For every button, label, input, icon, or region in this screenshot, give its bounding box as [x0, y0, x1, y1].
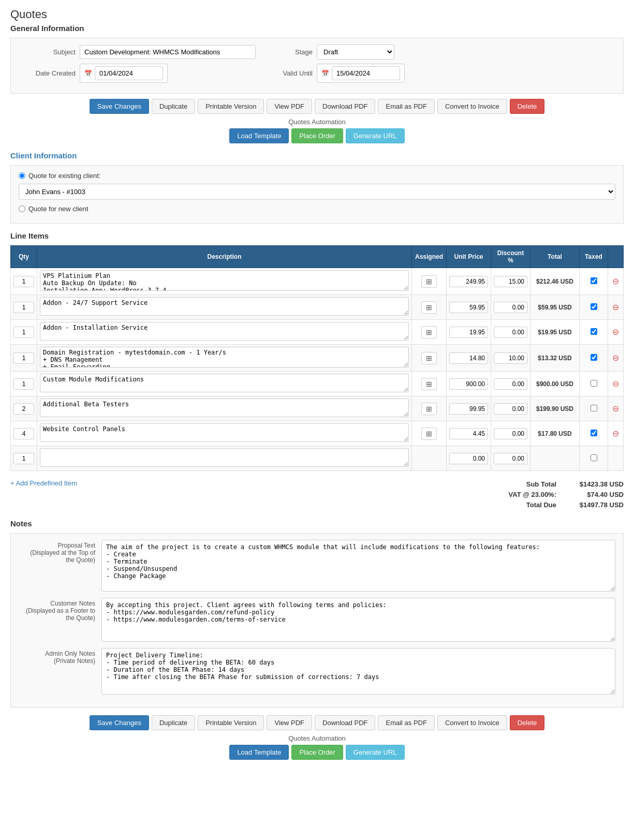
price-input-5[interactable] — [449, 378, 488, 390]
desc-textarea-8[interactable] — [40, 448, 409, 467]
taxed-checkbox-2[interactable] — [591, 303, 597, 310]
price-input-8[interactable] — [449, 453, 488, 464]
bottom-toolbar-row: Save Changes Duplicate Printable Version… — [10, 715, 624, 730]
discount-input-7[interactable] — [494, 428, 527, 439]
desc-textarea-4[interactable]: Domain Registration - mytestdomain.com -… — [40, 347, 409, 367]
qty-input-5[interactable] — [13, 378, 34, 390]
automation-section: Quotes Automation Load Template Place Or… — [10, 118, 624, 143]
qty-input-8[interactable] — [13, 453, 34, 464]
assigned-btn-5[interactable]: ⊞ — [421, 378, 437, 390]
subject-input[interactable] — [80, 45, 256, 59]
remove-btn-1[interactable]: ⊖ — [612, 276, 619, 286]
assigned-btn-3[interactable]: ⊞ — [421, 326, 437, 338]
view-pdf-button[interactable]: View PDF — [267, 99, 312, 114]
email-as-pdf-button[interactable]: Email as PDF — [378, 99, 434, 114]
date-created-label: Date Created — [19, 69, 76, 77]
discount-input-5[interactable] — [494, 378, 527, 390]
load-template-button-top[interactable]: Load Template — [229, 128, 289, 143]
email-as-pdf-button-bottom[interactable]: Email as PDF — [378, 715, 434, 730]
convert-to-invoice-button[interactable]: Convert to Invoice — [437, 99, 507, 114]
discount-input-3[interactable] — [494, 327, 527, 338]
total-2: $59.95 USD — [538, 304, 571, 311]
discount-input-8[interactable] — [494, 453, 527, 464]
desc-textarea-3[interactable]: Addon - Installation Service — [40, 322, 409, 341]
page-title: Quotes — [10, 8, 624, 21]
price-input-3[interactable] — [449, 327, 488, 338]
stage-select[interactable]: Draft Delivered On Hold Accepted Cancell… — [317, 45, 394, 60]
desc-textarea-6[interactable]: Additional Beta Testers — [40, 399, 409, 417]
discount-input-1[interactable] — [494, 276, 527, 287]
new-client-radio[interactable] — [19, 205, 25, 212]
duplicate-button-bottom[interactable]: Duplicate — [152, 715, 195, 730]
price-input-7[interactable] — [449, 428, 488, 439]
view-pdf-button-bottom[interactable]: View PDF — [267, 715, 312, 730]
qty-input-1[interactable] — [13, 276, 34, 287]
price-input-2[interactable] — [449, 302, 488, 313]
assigned-btn-7[interactable]: ⊞ — [421, 428, 437, 440]
load-template-button-bottom[interactable]: Load Template — [229, 745, 289, 760]
remove-btn-3[interactable]: ⊖ — [612, 327, 619, 337]
taxed-checkbox-3[interactable] — [591, 328, 597, 335]
remove-btn-4[interactable]: ⊖ — [612, 353, 619, 363]
printable-version-button-bottom[interactable]: Printable Version — [198, 715, 264, 730]
assigned-btn-4[interactable]: ⊞ — [421, 352, 437, 364]
discount-input-6[interactable] — [494, 403, 527, 415]
desc-textarea-2[interactable]: Addon - 24/7 Support Service — [40, 297, 409, 316]
client-select[interactable]: John Evans - #1003 — [19, 184, 615, 200]
assigned-btn-2[interactable]: ⊞ — [421, 301, 437, 314]
delete-button[interactable]: Delete — [510, 99, 545, 114]
desc-textarea-7[interactable]: Website Control Panels — [40, 423, 409, 442]
taxed-checkbox-7[interactable] — [591, 430, 597, 436]
place-order-button-bottom[interactable]: Place Order — [291, 745, 343, 760]
customer-notes-textarea[interactable]: By accepting this project. Client agrees… — [101, 598, 615, 642]
remove-btn-6[interactable]: ⊖ — [612, 404, 619, 414]
taxed-checkbox-4[interactable] — [591, 354, 597, 361]
taxed-checkbox-8[interactable] — [591, 454, 597, 461]
add-predefined-item-link[interactable]: + Add Predefined Item — [10, 479, 77, 487]
taxed-checkbox-1[interactable] — [591, 277, 597, 284]
remove-btn-5[interactable]: ⊖ — [612, 379, 619, 389]
download-pdf-button-bottom[interactable]: Download PDF — [315, 715, 375, 730]
table-row: Custom Module Modifications ⊞ $900.00 US… — [11, 372, 624, 396]
convert-to-invoice-button-bottom[interactable]: Convert to Invoice — [437, 715, 507, 730]
download-pdf-button[interactable]: Download PDF — [315, 99, 375, 114]
total-4: $13.32 USD — [538, 355, 571, 362]
save-changes-button[interactable]: Save Changes — [90, 99, 149, 114]
desc-textarea-5[interactable]: Custom Module Modifications — [40, 374, 409, 392]
bottom-automation-btn-row: Load Template Place Order Generate URL — [10, 745, 624, 760]
qty-input-7[interactable] — [13, 428, 34, 439]
save-changes-button-bottom[interactable]: Save Changes — [90, 715, 149, 730]
delete-button-bottom[interactable]: Delete — [510, 715, 545, 730]
remove-btn-7[interactable]: ⊖ — [612, 429, 619, 438]
price-input-6[interactable] — [449, 403, 488, 415]
qty-input-2[interactable] — [13, 302, 34, 313]
assigned-btn-1[interactable]: ⊞ — [421, 275, 437, 288]
date-created-input[interactable] — [95, 66, 163, 80]
taxed-checkbox-6[interactable] — [591, 405, 597, 411]
printable-version-button[interactable]: Printable Version — [198, 99, 264, 114]
duplicate-button[interactable]: Duplicate — [152, 99, 195, 114]
existing-client-radio[interactable] — [19, 172, 25, 179]
place-order-button-top[interactable]: Place Order — [291, 128, 343, 143]
date-created-wrapper: 📅 — [80, 64, 168, 83]
proposal-textarea[interactable]: The aim of the project is to create a cu… — [101, 540, 615, 592]
price-input-1[interactable] — [449, 276, 488, 287]
admin-notes-textarea[interactable]: Project Delivery Timeline: - Time period… — [101, 648, 615, 695]
qty-input-6[interactable] — [13, 403, 34, 415]
assigned-btn-6[interactable]: ⊞ — [421, 403, 437, 415]
qty-input-4[interactable] — [13, 352, 34, 364]
calendar-icon: 📅 — [84, 70, 92, 77]
generate-url-button-bottom[interactable]: Generate URL — [346, 745, 405, 760]
vat-row: VAT @ 23.00%: $74.40 USD — [494, 491, 624, 498]
discount-input-4[interactable] — [494, 352, 527, 364]
generate-url-button-top[interactable]: Generate URL — [346, 128, 405, 143]
remove-btn-2[interactable]: ⊖ — [612, 302, 619, 312]
total-5: $900.00 USD — [536, 380, 573, 388]
taxed-checkbox-5[interactable] — [591, 380, 597, 387]
valid-until-input[interactable] — [332, 66, 400, 80]
discount-input-2[interactable] — [494, 302, 527, 313]
price-input-4[interactable] — [449, 352, 488, 364]
qty-input-3[interactable] — [13, 327, 34, 338]
bottom-automation-section: Quotes Automation Load Template Place Or… — [10, 734, 624, 760]
desc-textarea-1[interactable]: VPS Platinium Plan Auto Backup On Update… — [40, 270, 409, 291]
